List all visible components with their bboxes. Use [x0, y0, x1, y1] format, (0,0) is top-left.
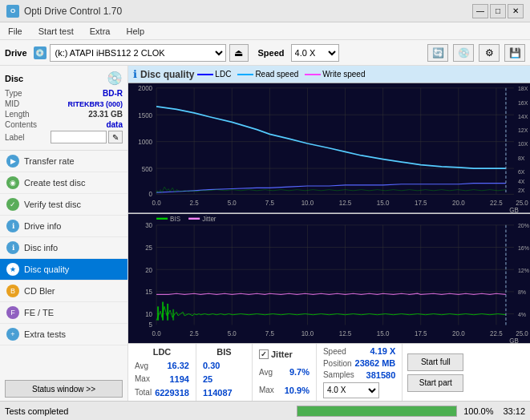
nav-create-test-disc[interactable]: ◉ Create test disc — [0, 172, 127, 194]
legend-ldc-label: LDC — [215, 70, 231, 79]
svg-text:12%: 12% — [518, 266, 529, 274]
sidebar: Disc 💿 Type BD-R MID RITEKBR3 (000) Leng… — [0, 66, 128, 401]
svg-rect-43 — [128, 214, 530, 344]
nav-cd-bler[interactable]: B CD Bler — [0, 281, 127, 302]
dq-title: Disc quality — [140, 69, 194, 80]
close-button[interactable]: ✕ — [508, 4, 524, 18]
svg-text:10X: 10X — [518, 140, 528, 148]
svg-text:500: 500 — [142, 164, 153, 173]
nav-icon-disc-info: ℹ — [6, 241, 19, 254]
refresh-button[interactable]: 🔄 — [427, 44, 448, 62]
svg-text:30: 30 — [145, 220, 152, 229]
bis-header: BIS — [203, 347, 245, 357]
start-part-button[interactable]: Start part — [407, 374, 463, 392]
svg-text:15.0: 15.0 — [377, 199, 390, 208]
svg-text:Jitter: Jitter — [202, 214, 216, 223]
drive-select[interactable]: (k:) ATAPI iHBS112 2 CLOK — [50, 44, 226, 62]
svg-text:1500: 1500 — [138, 111, 152, 119]
nav-label-extra: Extra tests — [24, 329, 66, 339]
nav-icon-verify: ✓ — [6, 198, 19, 211]
save-button[interactable]: 💾 — [504, 44, 525, 62]
jitter-checkbox-row: ✓ Jitter — [259, 349, 310, 359]
bottom-bar: Tests completed 100.0% 33:12 — [0, 401, 530, 420]
position-label: Position — [323, 359, 352, 368]
legend-write-color — [305, 74, 321, 75]
svg-rect-44 — [156, 217, 168, 219]
menu-help[interactable]: Help — [121, 25, 149, 38]
content-area: ℹ Disc quality LDC Read speed Write spee… — [128, 66, 530, 401]
start-full-button[interactable]: Start full — [407, 353, 463, 371]
speed-stat-label: Speed — [323, 347, 346, 356]
legend-read-speed: Read speed — [237, 70, 298, 79]
disc-panel: Disc 💿 Type BD-R MID RITEKBR3 (000) Leng… — [0, 66, 127, 151]
svg-text:5.0: 5.0 — [228, 199, 237, 208]
ldc-max-value: 1194 — [169, 374, 188, 384]
settings-button[interactable]: ⚙ — [479, 44, 500, 62]
svg-text:2000: 2000 — [138, 84, 152, 93]
speed-action-select[interactable]: 4.0 X — [323, 382, 379, 398]
svg-text:17.5: 17.5 — [415, 329, 427, 337]
disc-mid-value: RITEKBR3 (000) — [67, 100, 123, 108]
status-text: Tests completed — [5, 406, 293, 416]
disc-panel-title: Disc — [5, 74, 23, 83]
disc-type-label: Type — [5, 89, 45, 98]
nav-icon-fe-te: F — [6, 306, 19, 319]
label-edit-button[interactable]: ✎ — [108, 131, 123, 143]
bottom-chart-svg: BIS Jitter — [128, 214, 530, 344]
svg-text:14X: 14X — [518, 112, 528, 120]
samples-label: Samples — [323, 370, 354, 379]
nav-drive-info[interactable]: ℹ Drive info — [0, 216, 127, 237]
disc-label-input[interactable] — [51, 131, 107, 143]
progress-bar — [297, 406, 457, 417]
drive-icon: 💿 — [34, 46, 47, 59]
speed-label: Speed — [258, 48, 285, 58]
bis-total-value: 114087 — [203, 388, 233, 398]
nav-verify-test-disc[interactable]: ✓ Verify test disc — [0, 194, 127, 216]
eject-button[interactable]: ⏏ — [229, 44, 249, 62]
drive-toolbar: Drive 💿 (k:) ATAPI iHBS112 2 CLOK ⏏ Spee… — [0, 40, 530, 66]
nav-disc-info[interactable]: ℹ Disc info — [0, 237, 127, 259]
disc-button[interactable]: 💿 — [453, 44, 474, 62]
jitter-checkbox[interactable]: ✓ — [259, 349, 269, 359]
svg-text:2.5: 2.5 — [190, 329, 199, 337]
menu-extra[interactable]: Extra — [85, 25, 115, 38]
svg-text:18X: 18X — [518, 85, 528, 93]
svg-text:6X: 6X — [518, 168, 525, 176]
svg-text:20.0: 20.0 — [452, 199, 465, 208]
position-value: 23862 MB — [355, 358, 396, 368]
legend-write-speed: Write speed — [305, 70, 365, 79]
svg-text:20.0: 20.0 — [452, 329, 465, 337]
top-chart: 2000 1500 1000 500 0 18X 16X 14X 12X 10X… — [128, 83, 530, 214]
menu-file[interactable]: File — [3, 25, 27, 38]
status-window-button[interactable]: Status window >> — [5, 380, 123, 398]
nav-disc-quality[interactable]: ★ Disc quality — [0, 259, 127, 281]
svg-text:12.5: 12.5 — [339, 329, 352, 337]
nav-fe-te[interactable]: F FE / TE — [0, 302, 127, 324]
jitter-max-value: 10.9% — [285, 386, 310, 395]
svg-text:8X: 8X — [518, 154, 525, 162]
ldc-total-value: 6229318 — [155, 388, 189, 398]
top-chart-svg: 2000 1500 1000 500 0 18X 16X 14X 12X 10X… — [128, 83, 530, 213]
bis-max-value: 25 — [203, 374, 212, 384]
speed-select[interactable]: 4.0 X — [291, 44, 339, 62]
progress-fill — [297, 406, 456, 416]
legend-ldc-color — [197, 74, 213, 75]
title-bar: O Opti Drive Control 1.70 — □ ✕ — [0, 0, 530, 22]
nav-transfer-rate[interactable]: ▶ Transfer rate — [0, 151, 127, 172]
nav-label-drive-info: Drive info — [24, 221, 61, 231]
nav-extra-tests[interactable]: + Extra tests — [0, 324, 127, 345]
maximize-button[interactable]: □ — [490, 4, 506, 18]
charts-area: 2000 1500 1000 500 0 18X 16X 14X 12X 10X… — [128, 83, 530, 343]
disc-contents-label: Contents — [5, 120, 45, 129]
svg-rect-89 — [172, 309, 174, 320]
disc-length-value: 23.31 GB — [88, 110, 123, 119]
svg-rect-86 — [157, 306, 159, 320]
disc-type-value: BD-R — [103, 89, 123, 98]
svg-text:GB: GB — [509, 206, 519, 213]
jitter-max-label: Max — [259, 386, 274, 394]
nav-label-transfer: Transfer rate — [24, 156, 75, 166]
menu-start-test[interactable]: Start test — [34, 25, 79, 38]
action-buttons: Start full Start part — [403, 344, 468, 401]
ldc-total-label: Total — [135, 388, 152, 397]
minimize-button[interactable]: — — [472, 4, 488, 18]
